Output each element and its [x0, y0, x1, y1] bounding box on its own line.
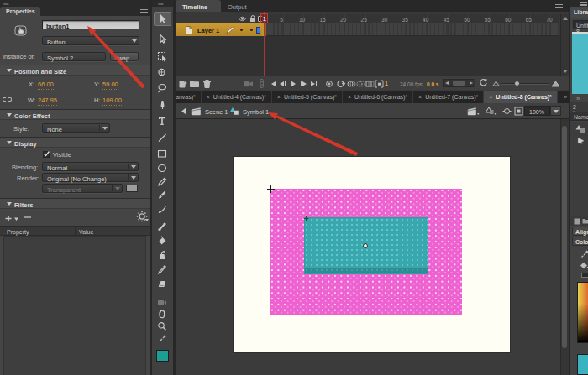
- step-back-button[interactable]: [278, 79, 287, 88]
- timeline-layer-row[interactable]: Layer 1: [176, 23, 569, 36]
- section-position-and-size[interactable]: Position and Size: [0, 65, 150, 76]
- document-tab[interactable]: ×Untitled-8 (Canvas)*: [484, 91, 558, 103]
- section-color-effect[interactable]: Color Effect: [0, 109, 150, 120]
- timeline-empty-area[interactable]: [176, 36, 569, 76]
- elapsed-time-indicator[interactable]: 0.0 s: [427, 81, 438, 87]
- library-name-column-header[interactable]: Name: [570, 112, 588, 121]
- eyedropper-tool[interactable]: [154, 263, 171, 277]
- style-dropdown[interactable]: None: [42, 123, 110, 133]
- bone-tool[interactable]: [154, 220, 171, 234]
- gradient-transform-tool[interactable]: [154, 65, 171, 80]
- new-folder-button[interactable]: [190, 79, 199, 88]
- h-value[interactable]: 109.00: [102, 97, 122, 106]
- layer-lock-dot[interactable]: [250, 29, 253, 31]
- tab-library[interactable]: Library: [570, 7, 588, 18]
- pencil-tool[interactable]: [154, 174, 171, 189]
- stage-pasteboard[interactable]: [176, 119, 569, 375]
- pen-tool[interactable]: [154, 98, 171, 112]
- transformation-point[interactable]: [363, 243, 368, 248]
- tab-timeline[interactable]: Timeline: [176, 0, 221, 12]
- selected-teal-shape[interactable]: [304, 217, 428, 274]
- tab-properties[interactable]: Properties: [0, 7, 40, 16]
- section-filters[interactable]: Filters: [0, 198, 150, 209]
- library-item-row[interactable]: [570, 123, 588, 134]
- swap-button[interactable]: Swap...: [110, 52, 139, 61]
- selected-pink-shape[interactable]: [270, 189, 462, 315]
- current-frame-indicator[interactable]: 1: [385, 81, 388, 86]
- stroke-color-eyedropper-icon[interactable]: [158, 334, 167, 343]
- close-tab-icon[interactable]: ×: [418, 94, 422, 100]
- y-value[interactable]: 59.00: [102, 81, 118, 90]
- go-to-first-frame-button[interactable]: [268, 79, 277, 88]
- zoom-out-frames-icon[interactable]: [491, 79, 501, 88]
- scrollbar-thumb[interactable]: [453, 81, 465, 86]
- scroll-down-icon[interactable]: [563, 70, 568, 73]
- fill-color-swatch[interactable]: [156, 350, 169, 362]
- close-tab-icon[interactable]: ×: [489, 94, 492, 100]
- document-tab[interactable]: ×Untitled-6 (Canvas)*: [343, 91, 413, 103]
- tab-output[interactable]: Output: [221, 0, 258, 12]
- reset-timeline-zoom-button[interactable]: [479, 78, 488, 87]
- clip-content-icon[interactable]: [514, 107, 523, 116]
- filters-list-area[interactable]: [3, 236, 146, 375]
- scroll-right-icon[interactable]: [470, 81, 473, 85]
- library-document-dropdown[interactable]: Untitled-8: [573, 20, 588, 29]
- frame-rate-indicator[interactable]: 24.00 fps: [400, 81, 423, 87]
- line-tool[interactable]: [154, 131, 171, 145]
- scroll-up-icon[interactable]: [563, 17, 568, 20]
- scrollbar-thumb[interactable]: [562, 126, 567, 348]
- show-hide-layers-eye-icon[interactable]: [239, 16, 246, 22]
- panel-menu-icon[interactable]: [555, 4, 563, 8]
- new-symbol-icon[interactable]: [574, 218, 580, 225]
- layer-visibility-dot[interactable]: [240, 29, 243, 31]
- add-filter-button[interactable]: [5, 212, 20, 222]
- layer-frames-track[interactable]: [262, 23, 559, 36]
- document-tab[interactable]: ×Untitled-4 (Canvas)*: [202, 91, 272, 103]
- expand-panel-icon[interactable]: »: [576, 95, 579, 102]
- instance-of-field[interactable]: Symbol 2: [42, 52, 106, 61]
- scroll-left-icon[interactable]: [445, 81, 449, 85]
- show-parenting-view-button[interactable]: [257, 79, 266, 88]
- edit-scene-icon[interactable]: [467, 107, 480, 116]
- panel-menu-icon[interactable]: [140, 9, 148, 13]
- library-item-row[interactable]: [570, 135, 588, 146]
- stroke-color-tool-icon[interactable]: [580, 250, 588, 258]
- free-transform-tool[interactable]: [154, 49, 171, 64]
- collapse-panel-icon[interactable]: ««: [3, 1, 8, 7]
- zoom-level-field[interactable]: 100%: [524, 106, 550, 116]
- zoom-tool[interactable]: [154, 320, 171, 334]
- paint-bucket-tool[interactable]: [154, 234, 171, 248]
- document-tab[interactable]: anvas)*: [176, 91, 202, 103]
- section-display[interactable]: Display: [0, 137, 150, 148]
- tab-color[interactable]: Color: [572, 237, 588, 246]
- lasso-tool[interactable]: [154, 81, 171, 96]
- symbol-breadcrumb[interactable]: Symbol 1: [243, 109, 269, 116]
- zoom-dropdown-button[interactable]: [550, 106, 561, 116]
- scene-breadcrumb[interactable]: Scene 1: [205, 109, 228, 116]
- delete-layer-button[interactable]: [202, 79, 212, 88]
- add-camera-button[interactable]: [244, 79, 253, 88]
- playhead-marker[interactable]: 1: [260, 13, 268, 23]
- fill-color-bucket-icon[interactable]: [579, 261, 588, 269]
- edit-symbols-icon[interactable]: [485, 107, 497, 116]
- render-dropdown[interactable]: Original (No Change): [42, 173, 139, 182]
- center-frame-button[interactable]: [324, 79, 333, 88]
- collapse-panel-icon[interactable]: ««: [158, 1, 163, 7]
- frame-size-slider-knob[interactable]: [514, 81, 520, 86]
- visible-checkbox[interactable]: [43, 151, 50, 158]
- eraser-tool[interactable]: [154, 277, 171, 291]
- center-stage-icon[interactable]: [502, 107, 512, 116]
- document-tab[interactable]: ×Untitled-5 (Canvas)*: [272, 91, 343, 103]
- instance-name-input[interactable]: button1: [42, 20, 139, 29]
- frame-size-slider-track[interactable]: [501, 83, 549, 84]
- filter-options-gear-icon[interactable]: [136, 211, 148, 222]
- subselection-tool[interactable]: [154, 32, 171, 46]
- link-width-height-icon[interactable]: [3, 95, 12, 104]
- timeline-horizontal-scrollbar[interactable]: [443, 79, 475, 87]
- lock-layers-icon[interactable]: [249, 15, 256, 23]
- zoom-in-frames-icon[interactable]: [551, 79, 560, 88]
- close-tab-icon[interactable]: ×: [348, 94, 351, 100]
- timeline-frame-ruler[interactable]: 1510152025303540455055606570: [262, 14, 559, 23]
- ink-bottle-tool[interactable]: [154, 248, 171, 263]
- tab-overflow-button[interactable]: »: [564, 93, 566, 101]
